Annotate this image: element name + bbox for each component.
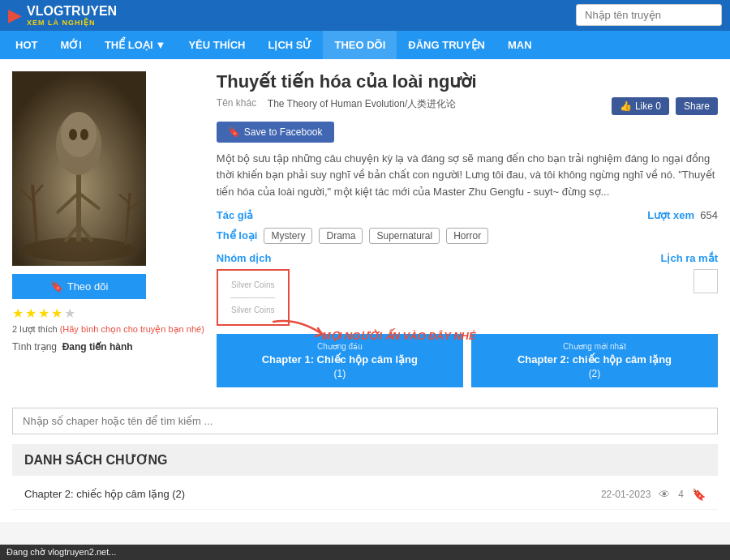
chapter-list-header: DANH SÁCH CHƯƠNG (12, 444, 718, 476)
annotation-container: Silver Coins ─────── Silver Coins MỌI NG… (217, 269, 290, 326)
status-value: Đang tiến hành (62, 341, 133, 353)
manga-detail: 🔖 Theo dõi ★ ★ ★ ★ ★ 2 lượt thích (Hãy b… (12, 71, 718, 395)
release-label: Lịch ra mắt (661, 252, 719, 264)
group-release-row: Nhóm dịch Silver Coins ─────── Silver Co… (217, 252, 718, 326)
views-value: 654 (700, 209, 718, 221)
first-chapter-num: (1) (229, 368, 451, 379)
annotation-text: MỌI NGƯỜI ẤN VÀO ĐÂY NHÉ (322, 330, 476, 342)
nav-yeu-thich[interactable]: YÊU THÍCH (177, 31, 256, 59)
star-3[interactable]: ★ (38, 306, 49, 321)
star-4[interactable]: ★ (51, 306, 62, 321)
eye-icon: 👁 (659, 488, 670, 501)
author-label: Tác giả (217, 209, 254, 221)
nav-the-loai[interactable]: THỂ LOẠI ▼ (93, 31, 177, 59)
follow-button[interactable]: 🔖 Theo dõi (12, 274, 146, 299)
nav-lich-su[interactable]: LỊCH SỬ (256, 31, 323, 59)
latest-chapter-num: (2) (483, 368, 706, 379)
logo-icon: ▶ (8, 5, 22, 26)
nav-bar: HOT MỚI THỂ LOẠI ▼ YÊU THÍCH LỊCH SỬ THE… (0, 31, 730, 59)
nav-hot[interactable]: HOT (4, 31, 49, 59)
star-2[interactable]: ★ (25, 306, 36, 321)
silver-coins-top: Silver Coins (231, 280, 274, 289)
meta-author-views: Tác giả Lượt xem 654 (217, 209, 718, 221)
first-chapter-label: Chương đầu (229, 342, 451, 351)
genre-label: Thể loại (217, 229, 258, 242)
manga-cover (12, 71, 146, 266)
nav-moi[interactable]: MỚI (49, 31, 92, 59)
svg-rect-18 (12, 71, 146, 266)
release-section: Lịch ra mắt (473, 252, 718, 326)
chapter-latest-button[interactable]: Chương mới nhất Chapter 2: chiếc hộp câm… (471, 334, 718, 387)
main-content: 🔖 Theo dõi ★ ★ ★ ★ ★ 2 lượt thích (Hãy b… (0, 59, 730, 522)
alt-name-value: The Theory of Human Evolution/人类进化论 (268, 97, 597, 111)
author-value (256, 209, 260, 221)
genre-drama[interactable]: Drama (319, 228, 363, 244)
silver-coins-line: ─────── (231, 293, 276, 302)
views-label: Lượt xem (647, 209, 694, 221)
manga-description: Một bộ sưu tập những câu chuyện kỳ lạ và… (217, 151, 718, 201)
bookmark-icon-save: 🔖 (228, 126, 240, 138)
chapter-date: 22-01-2023 (601, 489, 651, 500)
top-bar: ▶ VLOGTRUYEN XEM LÀ NGHIỆN (0, 0, 730, 31)
group-label: Nhóm dịch (217, 252, 272, 264)
nav-theo-doi[interactable]: THEO DÕI (323, 31, 397, 59)
stars-row: ★ ★ ★ ★ ★ (12, 306, 204, 321)
genre-row: Thể loại Mystery Drama Supernatural Horr… (217, 228, 718, 244)
alt-name-row: Tên khác The Theory of Human Evolution/人… (217, 97, 718, 115)
search-input[interactable] (576, 4, 722, 26)
fb-save-button[interactable]: 🔖 Save to Facebook (217, 122, 334, 143)
nav-man[interactable]: MAN (496, 31, 543, 59)
fb-share-button[interactable]: Share (676, 97, 718, 115)
table-row: Chapter 2: chiếc hộp câm lặng (2) 22-01-… (12, 480, 718, 510)
site-tagline: XEM LÀ NGHIỆN (27, 19, 117, 27)
alt-name-label: Tên khác (217, 97, 261, 109)
group-section: Nhóm dịch Silver Coins ─────── Silver Co… (217, 252, 462, 326)
star-5[interactable]: ★ (64, 306, 75, 321)
manga-left-col: 🔖 Theo dõi ★ ★ ★ ★ ★ 2 lượt thích (Hãy b… (12, 71, 204, 395)
annotation-arrow-wrapper: MỌI NGƯỜI ẤN VÀO ĐÂY NHÉ (265, 314, 363, 365)
likes-text: 2 lượt thích (Hãy bình chọn cho truyện b… (12, 324, 204, 335)
chapter-search-input[interactable] (12, 408, 718, 434)
release-box (694, 269, 718, 293)
status-row: Tình trạng Đang tiến hành (12, 341, 204, 353)
nav-dang-truyen[interactable]: ĐĂNG TRUYỆN (397, 31, 496, 59)
bookmark-icon-btn: 🔖 (50, 280, 63, 293)
chapter-meta: 22-01-2023 👁 4 🔖 (601, 488, 706, 501)
genre-horror[interactable]: Horror (446, 228, 488, 244)
cover-image (12, 71, 146, 266)
latest-chapter-label: Chương mới nhất (483, 342, 706, 351)
chapter-bookmark-icon[interactable]: 🔖 (692, 488, 706, 501)
chapter-views: 4 (678, 489, 684, 500)
chapter-title-link[interactable]: Chapter 2: chiếc hộp câm lặng (2) (24, 488, 185, 500)
latest-chapter-title: Chapter 2: chiếc hộp câm lặng (483, 353, 706, 365)
logo[interactable]: ▶ VLOGTRUYEN XEM LÀ NGHIỆN (8, 4, 117, 27)
genre-supernatural[interactable]: Supernatural (369, 228, 440, 244)
manga-info: Thuyết tiến hóa của loài người Tên khác … (217, 71, 718, 395)
genre-mystery[interactable]: Mystery (264, 228, 312, 244)
manga-title: Thuyết tiến hóa của loài người (217, 71, 718, 92)
cover-svg (12, 71, 146, 266)
fb-like-button[interactable]: 👍 Like 0 (612, 97, 669, 115)
fb-row: 👍 Like 0 Share (612, 97, 718, 115)
star-1[interactable]: ★ (12, 306, 24, 321)
site-name: VLOGTRUYEN (27, 4, 117, 19)
